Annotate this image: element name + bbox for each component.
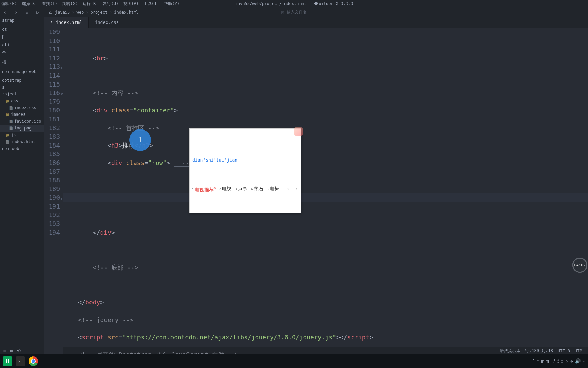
- breadcrumb-segment[interactable]: java55: [55, 10, 70, 15]
- line-number: 186: [44, 158, 60, 167]
- editor-pane: * index.htmlindex.css 109110111112113⊟11…: [44, 17, 588, 347]
- explorer-item[interactable]: cli: [0, 42, 44, 48]
- ime-candidate-popup[interactable]: dian'shi'tui'jian 1电视推荐®2电视3点事4垫石5电势‹ ›: [189, 128, 301, 213]
- explorer-item[interactable]: ct: [0, 26, 44, 33]
- os-taskbar: H >_ ⌃⬚◧◨⛉⟟☐✕❖🔊⋯: [0, 354, 588, 368]
- window-title: java55/web/project/index.html - HBuilder…: [235, 1, 353, 6]
- line-number: 116⊞: [44, 89, 60, 97]
- code-area[interactable]: <br> <!-- 内容 --> <div class="container">…: [63, 28, 588, 368]
- menu-item[interactable]: 工具(T): [144, 1, 159, 7]
- menu-item[interactable]: 运行(R): [83, 1, 98, 7]
- tray-icon[interactable]: ⬚: [537, 358, 539, 364]
- explorer-item[interactable]: images: [0, 111, 44, 118]
- explorer-item[interactable]: index.html: [0, 138, 44, 145]
- line-number: 109: [44, 28, 60, 36]
- recording-timer: 04:02: [572, 258, 587, 273]
- ime-candidate[interactable]: 1电视推荐®: [192, 184, 216, 195]
- window-minimize[interactable]: —: [583, 1, 585, 6]
- nav-forward-icon[interactable]: ›: [13, 10, 19, 15]
- line-number: 187: [44, 167, 60, 176]
- file-explorer[interactable]: strapctpcli本福nei-manage-webootstrapsroje…: [0, 17, 44, 347]
- tray-icon[interactable]: ⟟: [557, 358, 559, 364]
- tray-icon[interactable]: ⛉: [551, 358, 555, 364]
- explorer-item[interactable]: nei-manage-web: [0, 68, 44, 75]
- editor-tab[interactable]: index.css: [89, 17, 125, 28]
- explorer-item[interactable]: log.png: [0, 125, 44, 132]
- status-icon[interactable]: ⊞: [10, 348, 13, 353]
- line-number: 181: [44, 115, 60, 124]
- explorer-item[interactable]: roject: [0, 91, 44, 97]
- explorer-item[interactable]: strap: [0, 17, 44, 24]
- line-number: 110: [44, 36, 60, 45]
- breadcrumb-segment[interactable]: project: [91, 10, 108, 15]
- line-number: 194: [44, 228, 60, 237]
- breadcrumb: 🗀 java55› web› project› index.html: [49, 10, 139, 15]
- ime-logo-icon: [294, 127, 303, 136]
- tray-icon[interactable]: ⋯: [583, 358, 585, 364]
- ime-candidate[interactable]: 5电势: [267, 185, 279, 194]
- line-number: 188: [44, 176, 60, 185]
- menu-item[interactable]: 帮助(Y): [164, 1, 180, 7]
- system-tray[interactable]: ⌃⬚◧◨⛉⟟☐✕❖🔊⋯: [532, 358, 585, 364]
- menu-item[interactable]: 编辑(E): [1, 1, 17, 7]
- search-icon: ⎘: [281, 10, 284, 15]
- ime-candidate[interactable]: 3点事: [235, 185, 247, 194]
- menu-bar: 编辑(E)选择(S)查找(I)跳转(G)运行(R)发行(U)视图(V)工具(T)…: [0, 1, 179, 7]
- run-icon[interactable]: ▷: [35, 10, 41, 15]
- ime-pager[interactable]: ‹ ›: [287, 185, 299, 194]
- explorer-item[interactable]: p: [0, 33, 44, 40]
- line-number: 191: [44, 202, 60, 211]
- explorer-item[interactable]: css: [0, 97, 44, 104]
- code-editor[interactable]: 109110111112113⊟114115116⊞17918018118218…: [44, 28, 588, 368]
- star-icon[interactable]: ☆: [24, 10, 30, 15]
- explorer-item[interactable]: s: [0, 84, 44, 91]
- taskbar-chrome-icon[interactable]: [29, 356, 38, 366]
- line-number: 189: [44, 185, 60, 194]
- toolbar: ‹ › ☆ ▷ 🗀 java55› web› project› index.ht…: [0, 7, 588, 17]
- line-number: 182: [44, 124, 60, 133]
- explorer-item[interactable]: ootstrap: [0, 77, 44, 84]
- line-number: 115: [44, 80, 60, 89]
- search-placeholder: 输入文件名: [287, 9, 307, 15]
- file-search[interactable]: ⎘ 输入文件名: [281, 9, 307, 15]
- explorer-item[interactable]: index.css: [0, 104, 44, 111]
- taskbar-terminal-icon[interactable]: >_: [16, 356, 25, 366]
- tray-icon[interactable]: ☐: [561, 358, 564, 364]
- tray-icon[interactable]: ✕: [566, 358, 569, 364]
- line-number: 179: [44, 97, 60, 106]
- menu-item[interactable]: 发行(U): [103, 1, 118, 7]
- explorer-item[interactable]: 福: [0, 58, 44, 66]
- tray-icon[interactable]: ❖: [570, 358, 573, 364]
- editor-tabs: * index.htmlindex.css: [44, 17, 588, 28]
- line-number: 184: [44, 141, 60, 150]
- editor-tab[interactable]: * index.html: [44, 17, 89, 28]
- tray-icon[interactable]: ◨: [546, 358, 549, 364]
- menu-item[interactable]: 视图(V): [123, 1, 139, 7]
- tray-icon[interactable]: ◧: [541, 358, 544, 364]
- ime-candidates[interactable]: 1电视推荐®2电视3点事4垫石5电势‹ ›: [190, 183, 301, 196]
- menu-item[interactable]: 选择(S): [22, 1, 37, 7]
- explorer-item[interactable]: js: [0, 132, 44, 138]
- ime-candidate[interactable]: 2电视: [219, 185, 232, 194]
- status-icon[interactable]: ⟲: [17, 348, 21, 353]
- tray-icon[interactable]: 🔊: [575, 358, 581, 364]
- line-number: 190⊟: [44, 193, 60, 202]
- status-icon[interactable]: ≡: [3, 348, 6, 353]
- explorer-item[interactable]: 本: [0, 48, 44, 56]
- taskbar-hbuilder-icon[interactable]: H: [3, 356, 12, 366]
- tray-icon[interactable]: ⌃: [532, 358, 535, 364]
- line-number: 114: [44, 71, 60, 80]
- ime-composition: dian'shi'tui'jian: [190, 155, 301, 166]
- nav-back-icon[interactable]: ‹: [2, 10, 8, 15]
- explorer-item[interactable]: nei-web: [0, 145, 44, 152]
- status-left-icons[interactable]: ≡⊞⟲: [3, 348, 21, 353]
- breadcrumb-segment[interactable]: index.html: [114, 10, 138, 15]
- menu-item[interactable]: 查找(I): [42, 1, 58, 7]
- folder-icon: 🗀: [49, 10, 53, 15]
- ime-candidate[interactable]: 4垫石: [251, 185, 263, 194]
- line-number: 113⊟: [44, 62, 60, 71]
- breadcrumb-segment[interactable]: web: [77, 10, 84, 15]
- line-number: 111: [44, 45, 60, 54]
- menu-item[interactable]: 跳转(G): [62, 1, 78, 7]
- explorer-item[interactable]: favicon.ico: [0, 118, 44, 125]
